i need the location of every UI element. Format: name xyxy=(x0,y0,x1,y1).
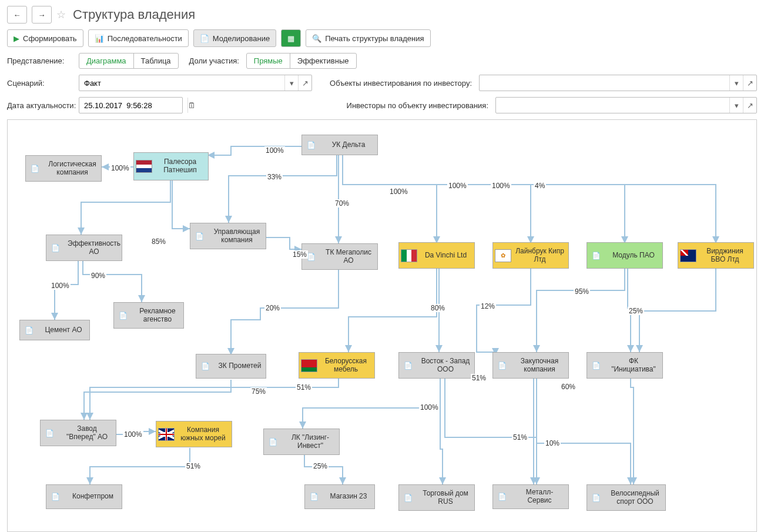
node-fk-init[interactable]: 📄ФК "Инициатива" xyxy=(587,352,663,379)
node-lizing[interactable]: 📄ЛК "Лизинг-Инвест" xyxy=(263,429,340,455)
pct: 51% xyxy=(296,383,312,392)
node-zavod[interactable]: 📄Завод "Вперед" АО xyxy=(40,420,116,446)
pct: 100% xyxy=(264,146,285,155)
date-field[interactable]: 🗓 xyxy=(79,97,183,113)
nav-back-button[interactable]: ← xyxy=(7,6,27,24)
pct: 100% xyxy=(50,282,71,290)
pct: 20% xyxy=(264,304,281,312)
flag-nl-icon xyxy=(136,160,152,173)
play-icon: ▶ xyxy=(14,34,19,43)
view-diagram[interactable]: Диаграмма xyxy=(79,53,133,68)
doc-icon: 📄 xyxy=(20,326,38,334)
green-square-button[interactable]: ▦ xyxy=(281,29,301,47)
pct: 4% xyxy=(534,182,546,190)
doc-icon: 📄 xyxy=(399,362,417,370)
doc-icon: 📄 xyxy=(46,493,64,501)
flag-gb-icon xyxy=(158,428,175,441)
chevron-down-icon[interactable]: ▾ xyxy=(284,75,298,91)
popup-icon[interactable]: ↗ xyxy=(743,98,756,113)
modeling-button[interactable]: 📄 Моделирование xyxy=(193,29,276,47)
generate-button[interactable]: ▶ Сформировать xyxy=(7,29,83,47)
node-logist[interactable]: 📄Логистическая компания xyxy=(25,155,102,182)
node-modul[interactable]: 📄Модуль ПАО xyxy=(587,242,663,269)
pct: 51% xyxy=(185,462,202,470)
print-icon: 🔍 xyxy=(312,34,321,43)
shares-effective[interactable]: Эффективные xyxy=(290,53,356,68)
diagram-canvas[interactable]: 📄Логистическая компания Палесора Патнеши… xyxy=(7,119,757,532)
chevron-down-icon[interactable]: ▾ xyxy=(729,98,743,113)
pct: 15% xyxy=(291,250,308,259)
doc-icon: 📄 xyxy=(587,494,605,502)
node-vostok[interactable]: 📄Восток - Запад ООО xyxy=(398,352,475,379)
calendar-icon[interactable]: 🗓 xyxy=(187,98,196,113)
pct: 33% xyxy=(266,173,283,181)
node-uk-delta[interactable]: 📄УК Дельта xyxy=(301,135,378,155)
node-palesora[interactable]: Палесора Патнешип xyxy=(133,152,209,180)
pct: 75% xyxy=(250,387,267,396)
popup-icon[interactable]: ↗ xyxy=(298,75,311,91)
objects-label: Объекты инвестирования по инвестору: xyxy=(325,79,474,88)
view-label: Представление: xyxy=(7,56,74,65)
scenario-field[interactable]: ▾ ↗ xyxy=(79,75,312,91)
pct: 12% xyxy=(480,302,496,310)
print-button[interactable]: 🔍 Печать структуры владения xyxy=(306,29,430,47)
node-reklam[interactable]: 📄Рекламное агенство xyxy=(113,302,184,329)
objects-input[interactable] xyxy=(480,76,729,90)
flag-vg-icon xyxy=(680,249,696,262)
investors-field[interactable]: ▾ ↗ xyxy=(495,97,757,113)
date-label: Дата актуальности: xyxy=(7,101,74,110)
node-torg-rus[interactable]: 📄Торговый дом RUS xyxy=(398,484,475,511)
flag-it-icon xyxy=(401,249,417,262)
node-tk-mega[interactable]: 📄ТК Мегаполис АО xyxy=(301,243,378,270)
node-virgin[interactable]: Вирджиния БВО Лтд xyxy=(678,242,754,269)
pct: 51% xyxy=(471,374,487,382)
node-metall[interactable]: 📄Металл-Сервис xyxy=(492,484,569,509)
doc-icon: 📄 xyxy=(587,362,605,370)
node-konfet[interactable]: 📄Конфетпром xyxy=(46,484,122,509)
shares-segmented: Прямые Эффективные xyxy=(246,53,357,69)
node-effekt[interactable]: 📄Эффективность АО xyxy=(46,235,122,261)
sequences-button[interactable]: 📊 Последовательности xyxy=(88,29,189,47)
pct: 100% xyxy=(123,430,143,439)
pct: 51% xyxy=(512,433,528,441)
node-prometey[interactable]: 📄ЗК Прометей xyxy=(196,354,266,379)
doc-icon: 📄 xyxy=(302,141,320,149)
node-velo[interactable]: 📄Велосипедный спорт ООО xyxy=(587,484,666,511)
node-uk-seas[interactable]: Компания южных морей xyxy=(156,421,232,447)
node-uprav[interactable]: 📄Управляющая компания xyxy=(190,223,266,249)
flag-by-icon xyxy=(301,359,317,372)
node-zakup[interactable]: 📄Закупочная компания xyxy=(492,352,569,379)
investors-input[interactable] xyxy=(496,98,729,112)
pct: 80% xyxy=(430,304,446,312)
pct: 85% xyxy=(150,237,167,246)
doc-icon: 📄 xyxy=(493,362,511,370)
pct: 100% xyxy=(110,164,130,172)
nav-forward-button[interactable]: → xyxy=(32,6,52,24)
shares-direct[interactable]: Прямые xyxy=(247,53,290,68)
pct: 100% xyxy=(491,182,511,190)
node-cement[interactable]: 📄Цемент АО xyxy=(19,320,90,340)
pct: 100% xyxy=(419,403,440,411)
scenario-input[interactable] xyxy=(79,76,284,90)
date-input[interactable] xyxy=(79,98,187,112)
favorite-icon[interactable]: ☆ xyxy=(56,8,66,21)
doc-icon: 📄 xyxy=(190,232,208,240)
doc-icon: 📄 xyxy=(196,362,214,370)
node-belarus[interactable]: Белорусская мебель xyxy=(299,352,375,379)
chevron-down-icon[interactable]: ▾ xyxy=(729,75,743,91)
pct: 25% xyxy=(312,462,329,470)
popup-icon[interactable]: ↗ xyxy=(743,75,756,91)
view-table[interactable]: Таблица xyxy=(133,53,178,68)
doc-icon: 📄 xyxy=(305,493,323,501)
node-magazin[interactable]: 📄Магазин 23 xyxy=(304,484,375,509)
pct: 90% xyxy=(90,272,106,280)
view-segmented: Диаграмма Таблица xyxy=(79,53,179,69)
shares-label: Доли участия: xyxy=(189,56,242,65)
objects-field[interactable]: ▾ ↗ xyxy=(479,75,757,91)
doc-icon: 📄 xyxy=(399,494,417,502)
node-davinci[interactable]: Da Vinchi Ltd xyxy=(398,242,475,269)
pct: 100% xyxy=(388,188,409,196)
chart-icon: 📊 xyxy=(95,34,104,43)
node-lainbruk[interactable]: ✿Лайнбрук Кипр Лтд xyxy=(492,242,569,269)
pct: 70% xyxy=(334,199,350,208)
